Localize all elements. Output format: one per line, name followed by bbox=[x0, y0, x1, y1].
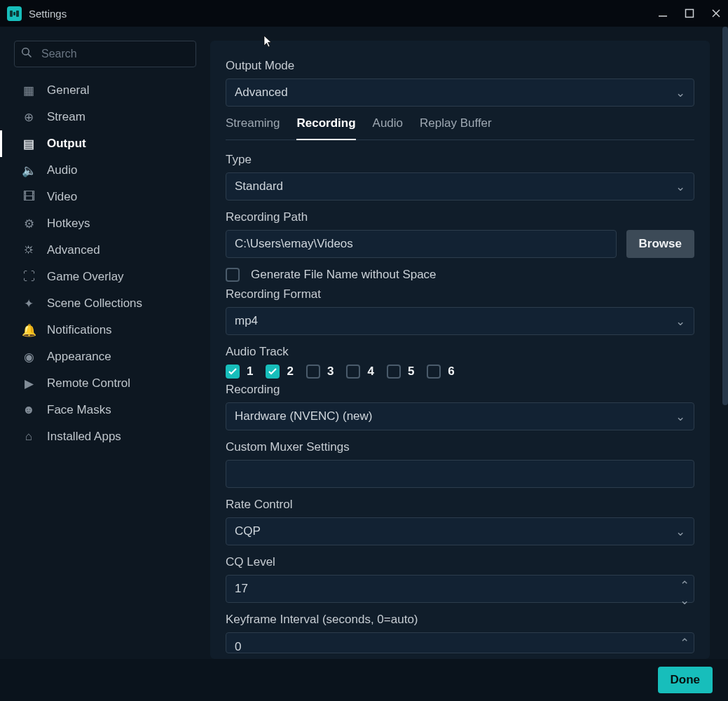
chevron-down-icon: ⌄ bbox=[675, 179, 685, 194]
sidebar-item-general[interactable]: ▦General bbox=[0, 77, 196, 104]
audio-track-number: 1 bbox=[247, 365, 253, 379]
sidebar-item-video[interactable]: 🎞Video bbox=[0, 184, 196, 210]
chevron-down-icon: ⌄ bbox=[675, 86, 685, 100]
scrollbar[interactable] bbox=[722, 27, 728, 405]
chip-icon: ▤ bbox=[22, 137, 36, 151]
recording-path-label: Recording Path bbox=[226, 210, 694, 224]
sidebar-item-stream[interactable]: ⊕Stream bbox=[0, 104, 196, 130]
done-button[interactable]: Done bbox=[658, 667, 713, 693]
collections-icon: ✦ bbox=[22, 297, 36, 311]
type-label: Type bbox=[226, 153, 694, 167]
search-input[interactable] bbox=[14, 41, 196, 67]
settings-panel: Output Mode Advanced ⌄ StreamingRecordin… bbox=[210, 41, 710, 659]
audio-track-2: 2 bbox=[266, 365, 293, 379]
sidebar-item-game-overlay[interactable]: ⛶Game Overlay bbox=[0, 264, 196, 290]
window-title: Settings bbox=[29, 8, 651, 20]
sidebar-item-remote-control[interactable]: ▶Remote Control bbox=[0, 370, 196, 397]
sidebar-item-appearance[interactable]: ◉Appearance bbox=[0, 343, 196, 370]
maximize-button[interactable] bbox=[685, 8, 694, 18]
svg-rect-1 bbox=[13, 12, 15, 15]
sidebar-item-installed-apps[interactable]: ⌂Installed Apps bbox=[0, 423, 196, 450]
output-mode-value: Advanced bbox=[235, 86, 288, 100]
recording-encoder-select[interactable]: Hardware (NVENC) (new) ⌄ bbox=[226, 402, 694, 430]
rate-control-label: Rate Control bbox=[226, 498, 694, 512]
svg-rect-4 bbox=[686, 10, 694, 18]
close-button[interactable] bbox=[711, 8, 721, 18]
sidebar-item-label: Game Overlay bbox=[47, 270, 124, 284]
audio-track-1: 1 bbox=[226, 365, 253, 379]
sidebar-item-label: Scene Collections bbox=[47, 297, 142, 311]
audio-track-checkbox-2[interactable] bbox=[266, 365, 280, 379]
sidebar-item-scene-collections[interactable]: ✦Scene Collections bbox=[0, 290, 196, 317]
browse-button[interactable]: Browse bbox=[626, 230, 694, 258]
bell-icon: 🔔 bbox=[22, 323, 36, 338]
generate-filename-checkbox[interactable] bbox=[226, 268, 240, 282]
audio-track-checkbox-6[interactable] bbox=[427, 365, 441, 379]
keyframe-interval-input[interactable]: ⌃ bbox=[226, 632, 694, 653]
sidebar-item-label: Stream bbox=[47, 110, 85, 124]
svg-rect-0 bbox=[10, 11, 13, 17]
sidebar-item-face-masks[interactable]: ☻Face Masks bbox=[0, 397, 196, 423]
audio-track-label: Audio Track bbox=[226, 345, 694, 359]
recording-encoder-label: Recording bbox=[226, 383, 694, 397]
sidebar-item-label: General bbox=[47, 83, 89, 97]
output-mode-select[interactable]: Advanced ⌄ bbox=[226, 79, 694, 107]
type-select[interactable]: Standard ⌄ bbox=[226, 172, 694, 200]
muxer-label: Custom Muxer Settings bbox=[226, 440, 694, 454]
keyframe-interval-label: Keyframe Interval (seconds, 0=auto) bbox=[226, 613, 694, 627]
recording-format-value: mp4 bbox=[235, 314, 258, 328]
sidebar-item-audio[interactable]: 🔈Audio bbox=[0, 157, 196, 184]
sidebar-item-label: Advanced bbox=[47, 243, 100, 257]
spinner-icon[interactable]: ⌃ bbox=[680, 636, 689, 651]
chevron-down-icon: ⌄ bbox=[675, 409, 685, 424]
cq-level-input[interactable]: ⌃⌄ bbox=[226, 575, 694, 603]
recording-encoder-value: Hardware (NVENC) (new) bbox=[235, 409, 372, 423]
sidebar-item-notifications[interactable]: 🔔Notifications bbox=[0, 317, 196, 343]
audio-track-checkbox-1[interactable] bbox=[226, 365, 240, 379]
tab-audio[interactable]: Audio bbox=[373, 116, 403, 139]
recording-format-label: Recording Format bbox=[226, 287, 694, 301]
spinner-icon[interactable]: ⌃⌄ bbox=[680, 578, 689, 608]
sidebar-item-output[interactable]: ▤Output bbox=[0, 130, 196, 157]
audio-track-6: 6 bbox=[427, 365, 454, 379]
footer: Done bbox=[0, 659, 728, 701]
sidebar-item-label: Hotkeys bbox=[47, 217, 90, 231]
audio-track-checkbox-5[interactable] bbox=[387, 365, 401, 379]
cq-level-label: CQ Level bbox=[226, 555, 694, 569]
output-mode-label: Output Mode bbox=[226, 59, 694, 73]
globe-icon: ⊕ bbox=[22, 110, 36, 125]
rate-control-select[interactable]: CQP ⌄ bbox=[226, 517, 694, 545]
sidebar-item-hotkeys[interactable]: ⚙Hotkeys bbox=[0, 210, 196, 237]
tab-streaming[interactable]: Streaming bbox=[226, 116, 280, 139]
sidebar-item-label: Audio bbox=[47, 163, 77, 177]
tab-recording[interactable]: Recording bbox=[296, 116, 355, 140]
audio-track-checkbox-4[interactable] bbox=[346, 365, 360, 379]
type-value: Standard bbox=[235, 179, 283, 193]
volume-icon: 🔈 bbox=[22, 163, 36, 178]
sidebar-item-label: Appearance bbox=[47, 350, 111, 364]
minimize-button[interactable] bbox=[658, 8, 668, 18]
svg-rect-2 bbox=[16, 11, 19, 17]
grid-icon: ▦ bbox=[22, 83, 36, 98]
sidebar-item-label: Output bbox=[47, 137, 86, 151]
audio-track-number: 6 bbox=[448, 365, 454, 379]
sidebar: ▦General⊕Stream▤Output🔈Audio🎞Video⚙Hotke… bbox=[0, 27, 210, 659]
generate-filename-label: Generate File Name without Space bbox=[251, 268, 437, 282]
muxer-input[interactable] bbox=[226, 460, 694, 488]
sidebar-item-label: Remote Control bbox=[47, 376, 130, 390]
sidebar-item-label: Face Masks bbox=[47, 403, 111, 417]
recording-format-select[interactable]: mp4 ⌄ bbox=[226, 307, 694, 335]
audio-track-number: 3 bbox=[327, 365, 334, 379]
chevron-down-icon: ⌄ bbox=[675, 524, 685, 539]
recording-path-input[interactable] bbox=[226, 230, 617, 258]
audio-track-checkbox-3[interactable] bbox=[306, 365, 320, 379]
audio-track-4: 4 bbox=[346, 365, 373, 379]
audio-track-3: 3 bbox=[306, 365, 334, 379]
tab-replay-buffer[interactable]: Replay Buffer bbox=[420, 116, 492, 139]
sidebar-item-label: Video bbox=[47, 190, 77, 204]
audio-track-group: 123456 bbox=[226, 365, 694, 379]
overlay-icon: ⛶ bbox=[22, 270, 36, 284]
sidebar-item-advanced[interactable]: ⛭Advanced bbox=[0, 237, 196, 264]
chevron-down-icon: ⌄ bbox=[675, 314, 685, 329]
search-icon bbox=[21, 47, 32, 61]
